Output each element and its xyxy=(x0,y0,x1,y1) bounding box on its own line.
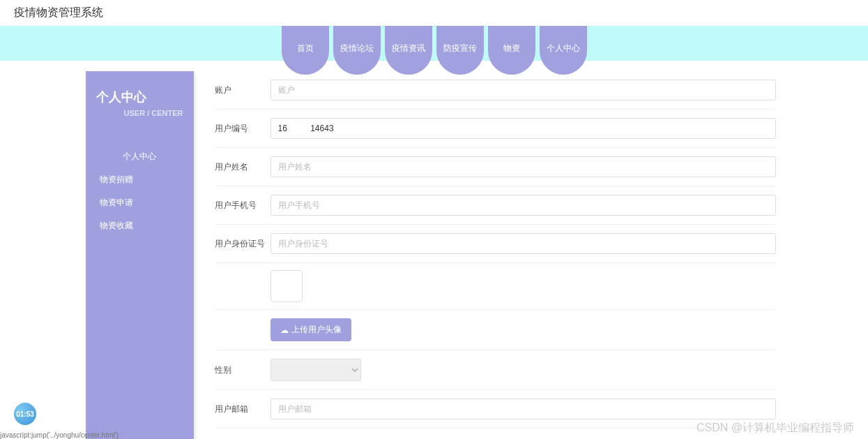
avatar-preview xyxy=(271,270,303,302)
label-gender: 性别 xyxy=(215,364,271,376)
nav-supplies[interactable]: 物资 xyxy=(488,26,535,75)
label-user-email: 用户邮箱 xyxy=(215,403,271,415)
cloud-upload-icon xyxy=(280,325,289,335)
status-bar: javascript:jump('../yonghu/center.html') xyxy=(0,431,119,439)
content: 个人中心 USER / CENTER 个人中心 物资捐赠 物资申请 物资收藏 账… xyxy=(86,71,783,439)
upload-label: 上传用户头像 xyxy=(291,324,342,336)
label-user-name: 用户姓名 xyxy=(215,161,271,173)
row-gender: 性别 xyxy=(215,350,776,390)
nav-promo[interactable]: 防疫宣传 xyxy=(436,26,484,75)
watermark: CSDN @计算机毕业编程指导师 xyxy=(696,421,854,436)
row-avatar-preview xyxy=(215,263,776,310)
row-user-email: 用户邮箱 xyxy=(215,390,776,429)
nav-home[interactable]: 首页 xyxy=(282,26,329,75)
row-upload: 上传用户头像 xyxy=(215,310,776,350)
time-badge: 01:53 xyxy=(14,403,36,425)
sidebar-subtitle: USER / CENTER xyxy=(86,109,194,131)
sidebar-item-apply[interactable]: 物资申请 xyxy=(86,191,194,214)
input-account[interactable] xyxy=(271,80,776,101)
row-account: 账户 xyxy=(215,71,776,110)
row-user-phone: 用户手机号 xyxy=(215,186,776,225)
label-user-id: 用户身份证号 xyxy=(215,238,271,250)
nav-items: 首页 疫情论坛 疫情资讯 防疫宣传 物资 个人中心 xyxy=(282,26,587,75)
label-user-phone: 用户手机号 xyxy=(215,200,271,211)
sidebar: 个人中心 USER / CENTER 个人中心 物资捐赠 物资申请 物资收藏 xyxy=(86,71,194,439)
input-user-id[interactable] xyxy=(271,233,776,254)
input-user-no[interactable] xyxy=(271,118,776,139)
sidebar-title: 个人中心 xyxy=(86,82,194,109)
upload-avatar-button[interactable]: 上传用户头像 xyxy=(271,318,351,341)
row-user-id: 用户身份证号 xyxy=(215,225,776,263)
button-row: 更新信息 修改密码 退出登录 xyxy=(215,429,776,439)
nav-user-center[interactable]: 个人中心 xyxy=(540,26,587,75)
label-account: 账户 xyxy=(215,84,271,96)
row-user-no: 用户编号 xyxy=(215,110,776,148)
row-user-name: 用户姓名 xyxy=(215,148,776,186)
nav-forum[interactable]: 疫情论坛 xyxy=(333,26,381,75)
input-user-name[interactable] xyxy=(271,156,776,177)
label-user-no: 用户编号 xyxy=(215,123,271,135)
sidebar-item-favorite[interactable]: 物资收藏 xyxy=(86,214,194,237)
top-nav: 首页 疫情论坛 疫情资讯 防疫宣传 物资 个人中心 xyxy=(0,26,868,61)
nav-news[interactable]: 疫情资讯 xyxy=(385,26,432,75)
select-gender[interactable] xyxy=(271,359,361,381)
main-form: 账户 用户编号 用户姓名 用户手机号 用户身份证号 上传用户头像 xyxy=(208,71,783,439)
input-user-email[interactable] xyxy=(271,399,776,419)
sidebar-item-user-center[interactable]: 个人中心 xyxy=(86,145,194,168)
header-title: 疫情物资管理系统 xyxy=(0,0,868,26)
sidebar-item-donation[interactable]: 物资捐赠 xyxy=(86,168,194,191)
input-user-phone[interactable] xyxy=(271,195,776,216)
